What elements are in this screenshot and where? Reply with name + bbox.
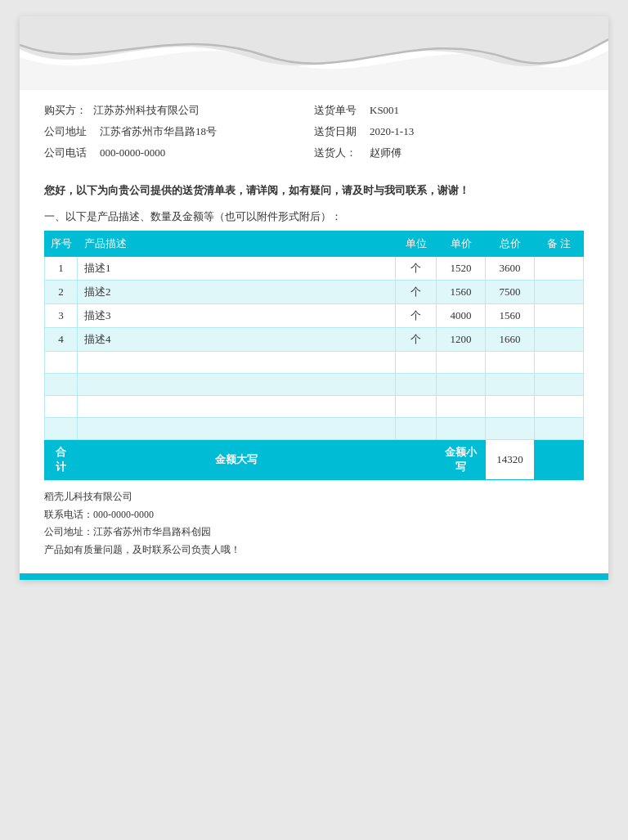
phone-label: 公司电话 <box>44 146 93 160</box>
table-row: 4 描述4 个 1200 1660 <box>45 328 584 352</box>
col-header-no: 序号 <box>45 231 78 257</box>
amount-small-label: 金额小写 <box>437 440 486 480</box>
empty-row <box>45 418 584 440</box>
empty-cell <box>45 418 78 440</box>
product-table-wrap: 序号 产品描述 单位 单价 总价 备 注 1 描述1 个 1520 3600 2… <box>20 231 608 480</box>
bottom-bar <box>20 573 608 580</box>
col-header-unit: 单位 <box>396 231 437 257</box>
empty-cell <box>396 352 437 374</box>
delivery-no-value: KS001 <box>370 104 399 117</box>
document-page: 购买方： 江苏苏州科技有限公司 送货单号 KS001 公司地址 江苏省苏州市华昌… <box>20 16 608 580</box>
cell-no: 4 <box>45 328 78 352</box>
cell-unit: 个 <box>396 304 437 328</box>
company-address-label: 公司地址： <box>44 526 93 537</box>
info-row-buyer: 购买方： 江苏苏州科技有限公司 送货单号 KS001 <box>44 103 584 118</box>
company-note: 产品如有质量问题，及时联系公司负责人哦！ <box>44 541 584 559</box>
cell-price: 1520 <box>437 257 486 281</box>
cell-price: 4000 <box>437 304 486 328</box>
empty-cell <box>396 374 437 396</box>
amount-big-label: 金额大写 <box>78 440 396 480</box>
delivery-date-label: 送货日期 <box>314 124 363 139</box>
product-table: 序号 产品描述 单位 单价 总价 备 注 1 描述1 个 1520 3600 2… <box>44 231 584 480</box>
empty-cell <box>45 374 78 396</box>
buyer-info: 购买方： 江苏苏州科技有限公司 <box>44 103 314 118</box>
cell-price: 1560 <box>437 281 486 304</box>
empty-cell <box>437 396 486 418</box>
phone-info: 公司电话 000-0000-0000 <box>44 146 314 160</box>
total-label: 合计 <box>45 440 78 480</box>
empty-cell <box>486 352 535 374</box>
address-info: 公司地址 江苏省苏州市华昌路18号 <box>44 124 314 139</box>
cell-unit: 个 <box>396 257 437 281</box>
empty-cell <box>535 374 584 396</box>
empty-cell <box>535 396 584 418</box>
empty-row <box>45 374 584 396</box>
buyer-label: 购买方： <box>44 103 93 118</box>
amount-value: 14320 <box>486 440 535 480</box>
cell-total: 1660 <box>486 328 535 352</box>
empty-cell <box>486 396 535 418</box>
company-footer: 稻壳儿科技有限公司 联系电话：000-0000-0000 公司地址：江苏省苏州市… <box>20 480 608 565</box>
cell-total: 1560 <box>486 304 535 328</box>
empty-cell <box>437 374 486 396</box>
empty-cell <box>78 374 396 396</box>
cell-desc: 描述3 <box>78 304 396 328</box>
cell-desc: 描述2 <box>78 281 396 304</box>
empty-cell <box>396 396 437 418</box>
header-wave <box>20 16 608 90</box>
cell-note <box>535 304 584 328</box>
empty-cell <box>437 352 486 374</box>
empty-cell <box>396 418 437 440</box>
info-row-address: 公司地址 江苏省苏州市华昌路18号 送货日期 2020-1-13 <box>44 124 584 139</box>
cell-no: 2 <box>45 281 78 304</box>
empty-row <box>45 396 584 418</box>
cell-total: 7500 <box>486 281 535 304</box>
col-header-price: 单价 <box>437 231 486 257</box>
info-section: 购买方： 江苏苏州科技有限公司 送货单号 KS001 公司地址 江苏省苏州市华昌… <box>20 90 608 175</box>
empty-row <box>45 352 584 374</box>
greeting-text: 您好，以下为向贵公司提供的送货清单表，请详阅，如有疑问，请及时与我司联系，谢谢！ <box>20 175 608 204</box>
cell-desc: 描述4 <box>78 328 396 352</box>
buyer-value: 江苏苏州科技有限公司 <box>93 103 200 118</box>
company-phone: 联系电话：000-0000-0000 <box>44 506 584 524</box>
cell-no: 1 <box>45 257 78 281</box>
cell-note <box>535 281 584 304</box>
phone-value: 000-0000-0000 <box>100 146 165 159</box>
total-note <box>535 440 584 480</box>
col-header-total: 总价 <box>486 231 535 257</box>
empty-cell <box>78 418 396 440</box>
company-phone-value: 000-0000-0000 <box>93 509 154 520</box>
empty-total <box>396 440 437 480</box>
table-row: 3 描述3 个 4000 1560 <box>45 304 584 328</box>
empty-cell <box>535 352 584 374</box>
cell-unit: 个 <box>396 281 437 304</box>
delivery-date-info: 送货日期 2020-1-13 <box>314 124 584 139</box>
delivery-no-info: 送货单号 KS001 <box>314 103 584 118</box>
total-row: 合计 金额大写 金额小写 14320 <box>45 440 584 480</box>
col-header-note: 备 注 <box>535 231 584 257</box>
table-header-row: 序号 产品描述 单位 单价 总价 备 注 <box>45 231 584 257</box>
cell-total: 3600 <box>486 257 535 281</box>
empty-cell <box>437 418 486 440</box>
cell-note <box>535 328 584 352</box>
cell-no: 3 <box>45 304 78 328</box>
cell-price: 1200 <box>437 328 486 352</box>
empty-cell <box>486 418 535 440</box>
empty-cell <box>535 418 584 440</box>
address-value: 江苏省苏州市华昌路18号 <box>100 124 217 139</box>
table-row: 2 描述2 个 1560 7500 <box>45 281 584 304</box>
empty-cell <box>45 396 78 418</box>
delivery-person-value: 赵师傅 <box>370 146 401 160</box>
empty-cell <box>486 374 535 396</box>
delivery-date-value: 2020-1-13 <box>370 125 414 138</box>
info-row-phone: 公司电话 000-0000-0000 送货人： 赵师傅 <box>44 146 584 160</box>
table-row: 1 描述1 个 1520 3600 <box>45 257 584 281</box>
empty-cell <box>45 352 78 374</box>
company-address-value: 江苏省苏州市华昌路科创园 <box>93 526 211 537</box>
company-address: 公司地址：江苏省苏州市华昌路科创园 <box>44 523 584 541</box>
cell-note <box>535 257 584 281</box>
delivery-person-label: 送货人： <box>314 146 363 160</box>
delivery-no-label: 送货单号 <box>314 103 363 118</box>
empty-cell <box>78 352 396 374</box>
section-title: 一、以下是产品描述、数量及金额等（也可以附件形式附后）： <box>20 204 608 231</box>
